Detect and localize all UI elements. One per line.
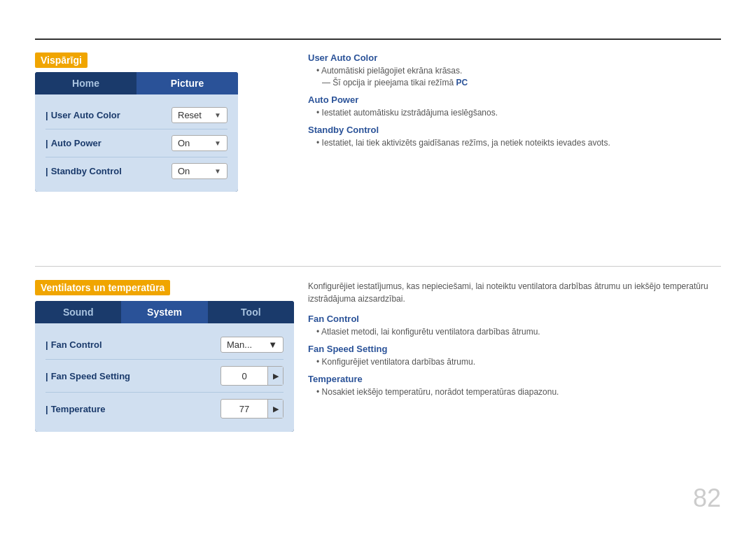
tab-home[interactable]: Home — [35, 72, 136, 94]
value-temperature: 77 — [221, 402, 267, 416]
desc2-fan-speed-bullet: Konfigurējiet ventilatora darbības ātrum… — [316, 357, 721, 367]
desc1-standby-bullet: Iestatiet, lai tiek aktivizēts gaidīšana… — [316, 138, 721, 148]
panel2-container: Sound System Tool Fan Control Man... ▼ F… — [35, 301, 294, 432]
desc2-intro: Konfigurējiet iestatījumus, kas nepiecie… — [308, 280, 721, 305]
panel1-container: Home Picture User Auto Color Reset ▼ Aut… — [35, 72, 238, 192]
label-fan-speed: Fan Speed Setting — [46, 371, 130, 381]
desc1-user-auto-color-title: User Auto Color — [308, 52, 721, 63]
desc-standby-block: Standby Control Iestatiet, lai tiek akti… — [308, 125, 721, 148]
value-fan-control: Man... — [227, 339, 252, 350]
fan-speed-increment-btn[interactable]: ▶ — [267, 367, 283, 385]
row-fan-speed: Fan Speed Setting 0 ▶ — [46, 360, 284, 393]
label-standby-control: Standby Control — [46, 166, 122, 176]
temperature-increment-btn[interactable]: ▶ — [267, 400, 283, 418]
control-fan-speed: 0 ▶ — [220, 366, 284, 386]
panel2-tabs: Sound System Tool — [35, 301, 294, 323]
tab-sound[interactable]: Sound — [35, 301, 121, 323]
desc1-auto-power-title: Auto Power — [308, 94, 721, 105]
control-auto-power[interactable]: On ▼ — [172, 135, 227, 151]
mid-divider-line — [35, 266, 721, 267]
arrow-fan-control: ▼ — [268, 339, 277, 350]
row-temperature: Temperature 77 ▶ — [46, 393, 284, 425]
arrow-standby-control: ▼ — [214, 167, 221, 175]
desc1-auto-power-bullet: Iestatiet automātisku izstrādājuma ieslē… — [316, 108, 721, 118]
desc1-user-auto-color-sub: Šī opcija ir pieejama tikai režīmā PC — [322, 78, 721, 87]
page-number: 82 — [693, 484, 721, 513]
arrow-user-auto-color: ▼ — [214, 111, 221, 119]
desc-user-auto-color-block: User Auto Color Automātiski pielāgojiet … — [308, 52, 721, 87]
desc1-standby-title: Standby Control — [308, 125, 721, 135]
desc1-container: User Auto Color Automātiski pielāgojiet … — [308, 52, 721, 155]
control-standby-control[interactable]: On ▼ — [172, 163, 227, 179]
label-user-auto-color: User Auto Color — [46, 110, 120, 120]
control-user-auto-color[interactable]: Reset ▼ — [172, 107, 227, 123]
desc-temperature-block: Temperature Nosakiet iekšējo temperatūru… — [308, 374, 721, 397]
value-standby-control: On — [178, 166, 190, 176]
desc-fan-speed-block: Fan Speed Setting Konfigurējiet ventilat… — [308, 344, 721, 367]
panel1-body: User Auto Color Reset ▼ Auto Power On ▼ … — [35, 94, 238, 192]
tab-system[interactable]: System — [121, 301, 207, 323]
control-temperature: 77 ▶ — [220, 399, 284, 419]
control-fan-control[interactable]: Man... ▼ — [220, 337, 284, 353]
desc2-temperature-title: Temperature — [308, 374, 721, 384]
desc1-user-auto-color-bullet: Automātiski pielāgojiet ekrāna krāsas. — [316, 66, 721, 76]
label-auto-power: Auto Power — [46, 138, 102, 148]
top-divider-line — [35, 38, 721, 40]
desc2-fan-control-title: Fan Control — [308, 314, 721, 324]
desc2-container: Konfigurējiet iestatījumus, kas nepiecie… — [308, 280, 721, 404]
section2-title: Ventilators un temperatūra — [35, 280, 170, 295]
desc-fan-control-block: Fan Control Atlasiet metodi, lai konfigu… — [308, 314, 721, 337]
panel2-body: Fan Control Man... ▼ Fan Speed Setting 0… — [35, 323, 294, 432]
label-temperature: Temperature — [46, 404, 105, 414]
tab-picture[interactable]: Picture — [136, 72, 238, 94]
value-user-auto-color: Reset — [178, 110, 202, 120]
section1-title: Vispārīgi — [35, 52, 88, 68]
desc2-fan-speed-title: Fan Speed Setting — [308, 344, 721, 354]
value-auto-power: On — [178, 138, 190, 148]
desc2-fan-control-bullet: Atlasiet metodi, lai konfigurētu ventila… — [316, 327, 721, 337]
desc2-temperature-bullet: Nosakiet iekšējo temperatūru, norādot te… — [316, 387, 721, 397]
panel1-tabs: Home Picture — [35, 72, 238, 94]
desc-auto-power-block: Auto Power Iestatiet automātisku izstrād… — [308, 94, 721, 118]
tab-tool[interactable]: Tool — [208, 301, 294, 323]
row-fan-control: Fan Control Man... ▼ — [46, 330, 284, 360]
row-auto-power: Auto Power On ▼ — [46, 129, 227, 157]
arrow-auto-power: ▼ — [214, 139, 221, 147]
row-standby-control: Standby Control On ▼ — [46, 157, 227, 185]
row-user-auto-color: User Auto Color Reset ▼ — [46, 101, 227, 129]
value-fan-speed: 0 — [221, 369, 267, 384]
label-fan-control: Fan Control — [46, 339, 102, 350]
